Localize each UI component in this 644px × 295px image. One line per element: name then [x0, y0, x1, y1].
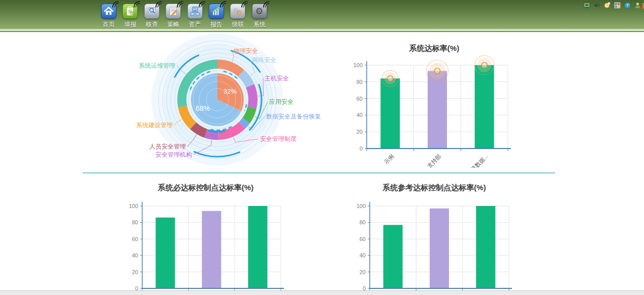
y-axis-tick-label: 20: [360, 269, 366, 275]
user-icon[interactable]: [634, 2, 641, 9]
chart-icon[interactable]: [209, 4, 224, 19]
toolbar-item-system[interactable]: ⚙系统: [248, 4, 271, 29]
clock-icon[interactable]: [604, 2, 610, 9]
ripple-marker: [475, 55, 494, 75]
toolbar-item-assets[interactable]: 资产: [184, 4, 206, 29]
toolbar-item-label: 报告: [205, 20, 228, 29]
chart-title: 系统必达标控制点达标率(%): [122, 183, 289, 193]
magnifier-icon[interactable]: [144, 4, 159, 19]
toolbar-item-inspect[interactable]: 核查: [141, 4, 163, 29]
y-axis-tick-label: 80: [357, 79, 363, 85]
y-axis-tick-label: 60: [357, 96, 363, 102]
svg-text:⚙: ⚙: [255, 6, 263, 16]
signal-arc-icon: [241, 1, 248, 7]
required-controls-compliance-chart[interactable]: 020406080100 系统必达标控制点达标率(%): [122, 179, 289, 295]
x-axis-category-label: 示例: [383, 153, 395, 165]
toolbar-item-cascade[interactable]: ⚙⚙级联: [227, 4, 249, 29]
category-label[interactable]: 网络安全: [252, 56, 276, 64]
y-axis-tick-label: 100: [357, 203, 366, 209]
toolbar-item-label: 填报: [119, 20, 141, 29]
pie-slice-label: 32%: [223, 87, 237, 95]
toolbar-item-home[interactable]: 首页: [98, 4, 120, 29]
toolbar-item-report[interactable]: 报告: [205, 4, 228, 29]
system-compliance-rate-chart[interactable]: 020406080100示例支持部烟草数据... 系统达标率(%): [350, 40, 518, 168]
toolbar-item-label: 核查: [141, 20, 163, 29]
y-axis-tick-label: 20: [357, 129, 363, 135]
category-label[interactable]: 物理安全: [233, 47, 258, 54]
y-axis-tick-label: 60: [360, 236, 366, 242]
decor-arc: [209, 131, 217, 132]
help-icon[interactable]: ?: [624, 2, 631, 9]
bar[interactable]: [475, 65, 494, 149]
y-axis-tick-label: 100: [353, 62, 363, 68]
bar[interactable]: [156, 218, 175, 288]
signal-arc-icon: [155, 1, 162, 7]
system-tray: ?: [584, 2, 641, 9]
x-axis-category-label: 烟草数据...: [466, 153, 489, 168]
y-axis-tick-label: 100: [129, 203, 138, 209]
toolbar-item-fill-report[interactable]: 填报: [119, 4, 141, 29]
category-label[interactable]: 系统运维管理: [139, 62, 175, 69]
category-label[interactable]: 应用安全: [269, 98, 294, 105]
network-icon[interactable]: [187, 4, 203, 19]
ripple-marker: [426, 60, 448, 82]
bar[interactable]: [383, 225, 403, 288]
category-label[interactable]: 安全管理机构: [155, 151, 192, 158]
toolbar-item-label: 级联: [227, 20, 249, 29]
category-label[interactable]: 数据安全及备份恢复: [266, 113, 321, 120]
svg-text:⚙: ⚙: [237, 9, 243, 17]
chart-title: 系统参考达标控制点达标率(%): [350, 183, 518, 193]
toolbar-item-label: 系统: [248, 20, 271, 29]
section-divider: [83, 172, 555, 173]
toolbar-item-label: 策略: [162, 20, 184, 29]
dashboard-content: 32%68%物理安全网络安全主机安全应用安全数据安全及备份恢复安全管理制度安全管…: [0, 32, 644, 290]
category-label[interactable]: 主机安全: [265, 75, 289, 82]
main-toolbar: 首页填报核查策略资产报告⚙⚙级联⚙系统 ?: [0, 0, 644, 29]
bar[interactable]: [202, 211, 221, 288]
document-edit-icon[interactable]: [166, 4, 181, 19]
signal-arc-icon: [177, 1, 183, 7]
category-label[interactable]: 人员安全管理: [149, 143, 186, 150]
decor-arc: [219, 131, 224, 131]
reference-controls-compliance-chart[interactable]: 020406080100 系统参考达标控制点达标率(%): [350, 179, 518, 295]
y-axis-tick-label: 40: [360, 252, 366, 258]
category-label[interactable]: 安全管理制度: [260, 135, 297, 142]
bar[interactable]: [428, 71, 447, 149]
y-axis-tick-label: 40: [132, 252, 138, 258]
speaker-icon[interactable]: [594, 2, 600, 9]
bar[interactable]: [430, 209, 449, 288]
home-icon[interactable]: [101, 4, 116, 19]
signal-arc-icon: [112, 1, 119, 7]
signal-arc-icon: [134, 1, 140, 7]
x-axis-category-label: 支持部: [426, 153, 442, 168]
bottom-scrollbar[interactable]: [0, 290, 644, 295]
y-axis-tick-label: 60: [132, 236, 138, 242]
grid-icon[interactable]: [614, 2, 621, 9]
ripple-marker: [382, 70, 398, 86]
security-category-donut-chart[interactable]: 32%68%物理安全网络安全主机安全应用安全数据安全及备份恢复安全管理制度安全管…: [86, 33, 340, 171]
chart-title: 系统达标率(%): [350, 44, 518, 53]
screen-icon[interactable]: [584, 2, 590, 9]
y-axis-tick-label: 80: [360, 219, 366, 225]
clipboard-icon[interactable]: [122, 4, 138, 19]
bar[interactable]: [248, 206, 268, 288]
gear-icon[interactable]: ⚙: [252, 4, 267, 19]
y-axis-tick-label: 40: [357, 112, 363, 118]
signal-arc-icon: [199, 1, 205, 7]
toolbar-item-label: 首页: [98, 20, 120, 29]
gears-icon[interactable]: ⚙⚙: [230, 4, 245, 19]
signal-arc-icon: [220, 1, 227, 7]
signal-arc-icon: [263, 1, 270, 7]
bar[interactable]: [380, 78, 400, 149]
category-label[interactable]: 系统建设管理: [136, 122, 173, 129]
y-axis-tick-label: 0: [360, 145, 363, 152]
svg-text:?: ?: [626, 3, 629, 8]
toolbar-item-policy[interactable]: 策略: [162, 4, 184, 29]
bar[interactable]: [476, 206, 495, 288]
toolbar-item-label: 资产: [184, 20, 206, 29]
y-axis-tick-label: 20: [132, 269, 138, 275]
y-axis-tick-label: 80: [132, 219, 138, 225]
